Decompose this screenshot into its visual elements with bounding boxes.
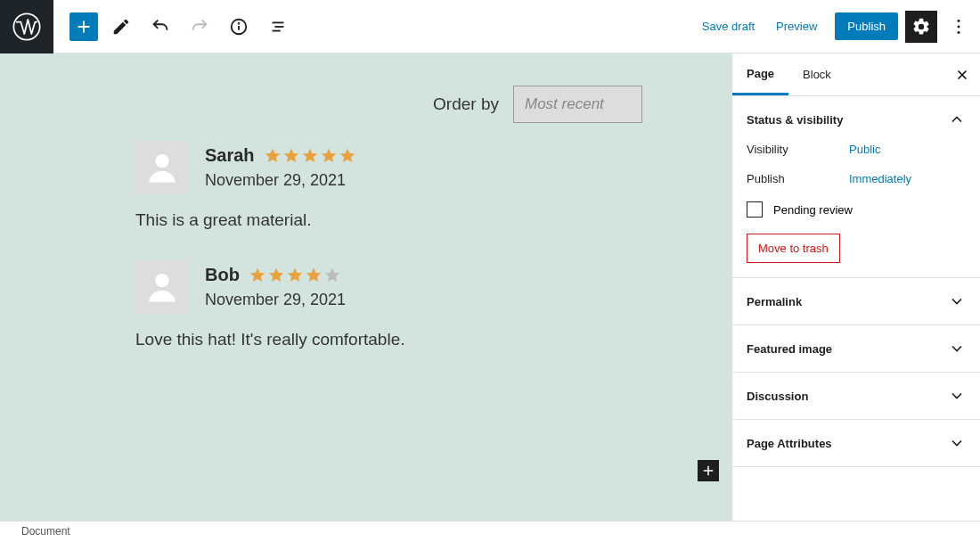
publish-value[interactable]: Immediately xyxy=(849,172,911,185)
panel-status-visibility: Status & visibility Visibility Public Pu… xyxy=(732,96,980,278)
preview-button[interactable]: Preview xyxy=(765,12,828,40)
star-icon xyxy=(339,147,356,165)
visibility-value[interactable]: Public xyxy=(849,143,880,156)
edit-mode-button[interactable] xyxy=(105,11,137,43)
editor-toolbar: Save draft Preview Publish xyxy=(0,0,980,53)
review-author: Sarah xyxy=(205,145,255,166)
redo-button[interactable] xyxy=(184,11,216,43)
svg-point-7 xyxy=(958,20,960,22)
star-icon xyxy=(305,267,323,284)
panel-featured-image-toggle[interactable]: Featured image xyxy=(732,325,980,372)
panel-page-attributes-toggle[interactable]: Page Attributes xyxy=(732,420,980,466)
tab-block[interactable]: Block xyxy=(788,53,845,95)
avatar xyxy=(135,260,189,314)
review-author: Bob xyxy=(205,265,240,285)
chevron-down-icon xyxy=(948,292,966,310)
svg-point-9 xyxy=(958,30,960,33)
chevron-up-icon xyxy=(948,111,966,128)
order-by-select[interactable]: Most recent xyxy=(513,86,642,123)
more-options-button[interactable] xyxy=(943,11,975,43)
chevron-down-icon xyxy=(948,387,966,405)
star-icon xyxy=(264,147,282,165)
panel-status-toggle[interactable]: Status & visibility xyxy=(732,96,980,143)
review-rating xyxy=(264,147,356,165)
svg-point-10 xyxy=(155,154,168,168)
publish-button[interactable]: Publish xyxy=(835,12,898,40)
settings-sidebar: Page Block Status & visibility Visibilit… xyxy=(731,53,980,521)
breadcrumb[interactable]: Document xyxy=(21,525,70,538)
avatar xyxy=(135,141,189,194)
tab-page[interactable]: Page xyxy=(732,53,788,95)
svg-point-11 xyxy=(155,274,168,287)
review-item: Sarah November 29, 2021 This is a great … xyxy=(135,141,731,230)
svg-point-8 xyxy=(958,25,960,28)
panel-discussion-toggle[interactable]: Discussion xyxy=(732,373,980,419)
review-body: Love this hat! It's really comfortable. xyxy=(135,330,731,349)
review-date: November 29, 2021 xyxy=(205,171,356,190)
save-draft-button[interactable]: Save draft xyxy=(691,12,765,40)
star-icon xyxy=(282,147,300,165)
order-by-label: Order by xyxy=(433,94,499,114)
publish-label: Publish xyxy=(747,172,849,185)
visibility-label: Visibility xyxy=(747,143,849,156)
editor-canvas[interactable]: Order by Most recent Sarah November 29, … xyxy=(0,53,731,521)
close-sidebar-button[interactable] xyxy=(944,67,980,83)
move-to-trash-button[interactable]: Move to trash xyxy=(747,234,840,263)
review-date: November 29, 2021 xyxy=(205,291,346,309)
insert-block-button[interactable] xyxy=(698,460,719,481)
add-block-button[interactable] xyxy=(69,12,98,41)
star-icon xyxy=(249,267,266,284)
pending-review-label: Pending review xyxy=(773,203,853,217)
svg-point-3 xyxy=(239,22,240,23)
pending-review-checkbox[interactable] xyxy=(747,201,763,218)
undo-button[interactable] xyxy=(144,11,176,43)
settings-button[interactable] xyxy=(905,11,937,43)
star-icon xyxy=(267,267,285,284)
list-view-button[interactable] xyxy=(262,11,294,43)
chevron-down-icon xyxy=(948,340,966,357)
review-body: This is a great material. xyxy=(135,210,731,230)
star-icon xyxy=(320,147,338,165)
star-icon xyxy=(301,147,319,165)
review-rating xyxy=(249,267,341,284)
info-button[interactable] xyxy=(223,11,255,43)
editor-footer: Document xyxy=(0,521,980,542)
chevron-down-icon xyxy=(948,434,966,452)
star-icon xyxy=(323,267,341,284)
review-item: Bob November 29, 2021 Love this hat! It'… xyxy=(135,260,731,349)
wordpress-logo[interactable] xyxy=(0,0,53,53)
panel-permalink-toggle[interactable]: Permalink xyxy=(732,278,980,324)
star-icon xyxy=(286,267,304,284)
